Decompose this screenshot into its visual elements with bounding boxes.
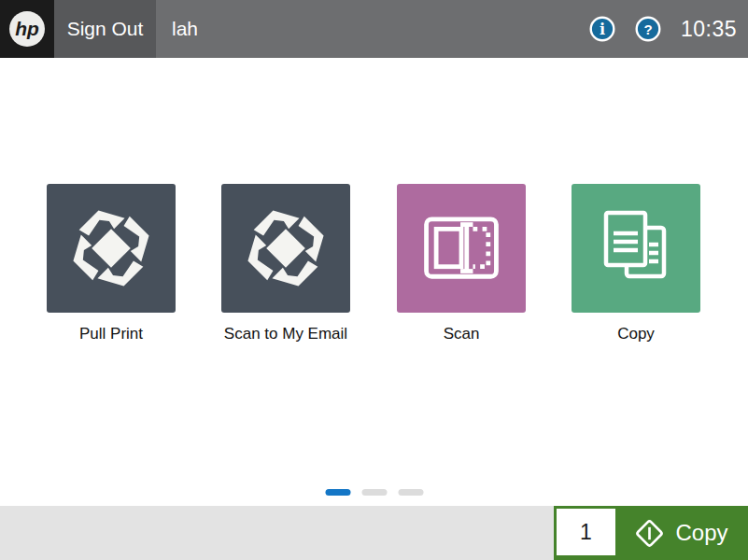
start-copy-icon: [632, 516, 667, 551]
hp-logo-icon: hp: [7, 8, 48, 49]
printer-home-screen: hp Sign Out lah i ? 10:35 Pull Print: [0, 0, 748, 560]
help-icon[interactable]: ?: [635, 16, 661, 42]
copy-count-field[interactable]: 1: [557, 509, 615, 555]
pull-print-icon: [47, 184, 176, 313]
copy-button-label: Copy: [675, 520, 727, 546]
tile-pull-print[interactable]: Pull Print: [47, 184, 176, 343]
pull-print-icon: [221, 184, 350, 313]
sign-out-button[interactable]: Sign Out: [54, 0, 156, 58]
svg-text:?: ?: [643, 21, 652, 37]
clock: 10:35: [681, 17, 737, 42]
tile-scan[interactable]: Scan: [397, 184, 526, 343]
page-indicator: [325, 489, 423, 496]
copy-icon: [572, 184, 700, 313]
svg-text:i: i: [600, 21, 605, 38]
page-dot[interactable]: [398, 489, 423, 496]
copy-start-button[interactable]: Copy: [615, 509, 745, 557]
scan-icon: [397, 184, 526, 313]
quick-copy-control: 1 Copy: [554, 506, 748, 560]
copy-count-value: 1: [580, 520, 592, 545]
tile-label: Pull Print: [27, 325, 195, 343]
page-dot[interactable]: [361, 489, 387, 496]
tile-label: Scan to My Email: [202, 325, 370, 343]
header-status-area: i ? 10:35: [589, 16, 748, 42]
page-dot-active[interactable]: [325, 489, 350, 496]
info-icon[interactable]: i: [589, 16, 615, 42]
signed-in-username: lah: [172, 18, 198, 40]
header-bar: hp Sign Out lah i ? 10:35: [0, 0, 748, 58]
sign-out-label: Sign Out: [67, 18, 144, 40]
tile-copy[interactable]: Copy: [572, 184, 700, 343]
tile-scan-to-my-email[interactable]: Scan to My Email: [221, 184, 350, 343]
tile-label: Scan: [377, 325, 545, 343]
svg-text:hp: hp: [15, 18, 39, 39]
hp-logo: hp: [0, 0, 54, 58]
tile-label: Copy: [552, 325, 720, 343]
